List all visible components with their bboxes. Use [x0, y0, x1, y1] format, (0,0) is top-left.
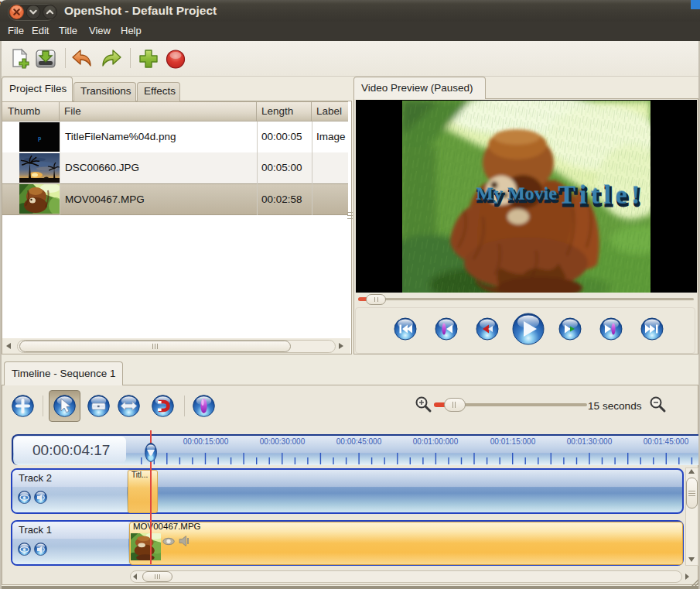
svg-text:Title!: Title!: [558, 180, 644, 208]
svg-text:My Movie: My Movie: [476, 183, 557, 203]
svg-text:p: p: [38, 135, 41, 142]
